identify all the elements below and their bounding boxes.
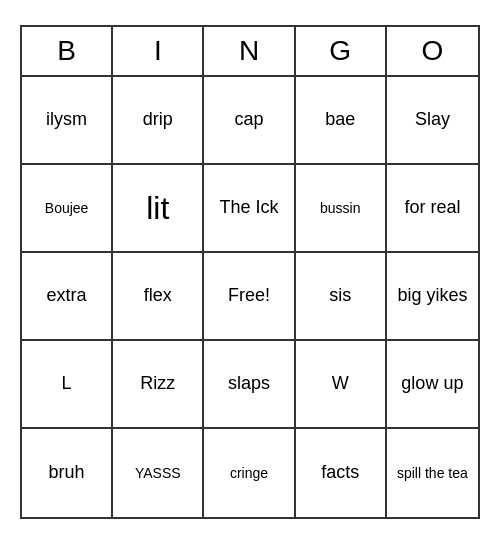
bingo-cell: W <box>296 341 387 429</box>
cell-text: ilysm <box>46 109 87 131</box>
cell-text: flex <box>144 285 172 307</box>
bingo-cell: big yikes <box>387 253 478 341</box>
bingo-cell: lit <box>113 165 204 253</box>
bingo-cell: facts <box>296 429 387 517</box>
cell-text: drip <box>143 109 173 131</box>
bingo-cell: drip <box>113 77 204 165</box>
bingo-header: BINGO <box>22 27 478 77</box>
bingo-cell: sis <box>296 253 387 341</box>
cell-text: Slay <box>415 109 450 131</box>
cell-text: cap <box>234 109 263 131</box>
bingo-cell: bruh <box>22 429 113 517</box>
bingo-cell: Slay <box>387 77 478 165</box>
cell-text: spill the tea <box>397 465 468 482</box>
cell-text: Boujee <box>45 200 89 217</box>
bingo-cell: Rizz <box>113 341 204 429</box>
header-letter: B <box>22 27 113 75</box>
cell-text: YASSS <box>135 465 181 482</box>
cell-text: slaps <box>228 373 270 395</box>
bingo-cell: bussin <box>296 165 387 253</box>
cell-text: lit <box>146 189 169 227</box>
cell-text: Free! <box>228 285 270 307</box>
cell-text: bruh <box>49 462 85 484</box>
bingo-cell: YASSS <box>113 429 204 517</box>
bingo-cell: bae <box>296 77 387 165</box>
bingo-cell: spill the tea <box>387 429 478 517</box>
bingo-cell: cap <box>204 77 295 165</box>
cell-text: bae <box>325 109 355 131</box>
bingo-cell: for real <box>387 165 478 253</box>
bingo-cell: extra <box>22 253 113 341</box>
cell-text: L <box>62 373 72 395</box>
cell-text: Rizz <box>140 373 175 395</box>
bingo-cell: The Ick <box>204 165 295 253</box>
bingo-cell: cringe <box>204 429 295 517</box>
header-letter: I <box>113 27 204 75</box>
bingo-grid: ilysmdripcapbaeSlayBoujeelitThe Ickbussi… <box>22 77 478 517</box>
cell-text: sis <box>329 285 351 307</box>
cell-text: bussin <box>320 200 360 217</box>
bingo-cell: flex <box>113 253 204 341</box>
header-letter: G <box>296 27 387 75</box>
header-letter: N <box>204 27 295 75</box>
header-letter: O <box>387 27 478 75</box>
bingo-cell: Boujee <box>22 165 113 253</box>
cell-text: glow up <box>401 373 463 395</box>
cell-text: cringe <box>230 465 268 482</box>
bingo-cell: Free! <box>204 253 295 341</box>
bingo-card: BINGO ilysmdripcapbaeSlayBoujeelitThe Ic… <box>20 25 480 519</box>
bingo-cell: slaps <box>204 341 295 429</box>
bingo-cell: ilysm <box>22 77 113 165</box>
bingo-cell: L <box>22 341 113 429</box>
cell-text: for real <box>404 197 460 219</box>
cell-text: big yikes <box>397 285 467 307</box>
bingo-cell: glow up <box>387 341 478 429</box>
cell-text: W <box>332 373 349 395</box>
cell-text: extra <box>47 285 87 307</box>
cell-text: facts <box>321 462 359 484</box>
cell-text: The Ick <box>219 197 278 219</box>
